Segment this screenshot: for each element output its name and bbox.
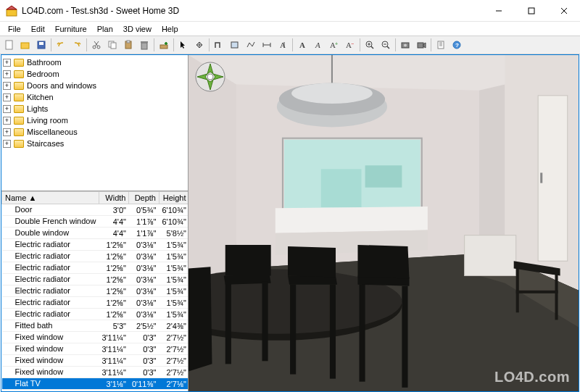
- menu-3dview[interactable]: 3D view: [118, 23, 157, 35]
- expand-icon[interactable]: +: [3, 117, 11, 125]
- tree-item-label: Doors and windows: [27, 81, 96, 90]
- redo-button[interactable]: [69, 37, 85, 53]
- minimize-button[interactable]: [482, 0, 515, 21]
- expand-icon[interactable]: +: [3, 70, 11, 78]
- expand-icon[interactable]: +: [3, 105, 11, 113]
- tree-item[interactable]: +Kitchen: [3, 91, 186, 103]
- decrease-size-button[interactable]: A−: [342, 37, 358, 53]
- svg-rect-3: [529, 8, 534, 14]
- svg-rect-0: [7, 9, 17, 16]
- increase-size-button[interactable]: A+: [326, 37, 342, 53]
- table-row[interactable]: Fixed window3'11¼"0'3"2'7½": [2, 355, 188, 367]
- tree-item[interactable]: +Living room: [3, 114, 186, 126]
- table-row[interactable]: Door3'0"0'5¾"6'10¾": [2, 204, 188, 216]
- 3d-scene: [188, 55, 579, 391]
- tree-item[interactable]: +Bathroom: [3, 57, 186, 68]
- table-row[interactable]: Electric radiator1'2⅝"0'3⅛"1'5¾": [2, 309, 188, 320]
- table-row[interactable]: Fitted bath5'3"2'5½"2'4⅜": [2, 320, 188, 332]
- table-row[interactable]: Electric radiator1'2⅝"0'3⅛"1'5¾": [2, 297, 188, 309]
- save-button[interactable]: [33, 37, 49, 53]
- create-video-button[interactable]: [413, 37, 429, 53]
- add-furniture-button[interactable]: [156, 37, 172, 53]
- table-row[interactable]: Flat TV3'1⅛"0'11⅜"2'7⅛": [2, 378, 188, 390]
- app-icon: [6, 5, 17, 17]
- preferences-button[interactable]: [433, 37, 449, 53]
- zoom-out-button[interactable]: [378, 37, 394, 53]
- cell-depth: 0'3": [129, 355, 160, 367]
- 3d-view[interactable]: LO4D.com: [188, 55, 579, 391]
- svg-text:−: −: [351, 41, 354, 46]
- item-icon: [5, 346, 14, 354]
- compass-icon[interactable]: [194, 61, 226, 93]
- create-dimensions-tool[interactable]: [259, 37, 275, 53]
- cell-height: 1'5¾": [159, 262, 188, 274]
- table-row[interactable]: Flowers0'9½"0'8¾"1'7⅜": [2, 390, 188, 392]
- tree-item[interactable]: +Lights: [3, 103, 186, 114]
- tree-item-label: Kitchen: [27, 93, 54, 101]
- cell-width: 1'2⅝": [99, 297, 129, 309]
- menu-plan[interactable]: Plan: [92, 23, 118, 35]
- create-walls-tool[interactable]: [211, 37, 227, 53]
- create-photo-button[interactable]: [397, 37, 413, 53]
- close-button[interactable]: [547, 0, 580, 21]
- cell-height: 5'8½": [159, 228, 188, 239]
- cell-width: 1'2⅝": [99, 239, 129, 251]
- create-text-tool[interactable]: A: [275, 37, 291, 53]
- maximize-button[interactable]: [515, 0, 547, 21]
- tree-item[interactable]: +Bedroom: [3, 68, 186, 80]
- cut-button[interactable]: [88, 37, 104, 53]
- tree-item[interactable]: +Miscellaneous: [3, 126, 186, 138]
- expand-icon[interactable]: +: [3, 128, 11, 136]
- table-row[interactable]: Electric radiator1'2⅝"0'3⅛"1'5¾": [2, 274, 188, 285]
- expand-icon[interactable]: +: [3, 59, 11, 67]
- open-button[interactable]: [17, 37, 33, 53]
- table-row[interactable]: Fixed window3'11¼"0'3"2'7½": [2, 367, 188, 378]
- delete-button[interactable]: [136, 37, 152, 53]
- table-row[interactable]: Electric radiator1'2⅝"0'3⅛"1'5¾": [2, 285, 188, 297]
- furniture-catalog-tree[interactable]: +Bathroom+Bedroom+Doors and windows+Kitc…: [1, 55, 188, 191]
- table-row[interactable]: Double French window4'4"1'1⅞"6'10¾": [2, 216, 188, 228]
- expand-icon[interactable]: +: [3, 93, 11, 101]
- svg-rect-7: [21, 43, 29, 49]
- column-header[interactable]: Depth: [129, 192, 160, 204]
- table-row[interactable]: Fixed window3'11¼"0'3"2'7½": [2, 332, 188, 343]
- create-polylines-tool[interactable]: [243, 37, 259, 53]
- table-row[interactable]: Double window4'4"1'1⅞"5'8½": [2, 228, 188, 239]
- menu-edit[interactable]: Edit: [26, 23, 50, 35]
- cell-name: Fitted bath: [2, 320, 99, 332]
- item-icon: [5, 300, 14, 307]
- column-header[interactable]: Width: [99, 192, 129, 204]
- undo-button[interactable]: [53, 37, 69, 53]
- bold-button[interactable]: A: [294, 37, 310, 53]
- item-icon: [5, 358, 14, 365]
- folder-icon: [14, 82, 24, 90]
- menu-furniture[interactable]: Furniture: [50, 23, 92, 35]
- new-button[interactable]: [1, 37, 17, 53]
- menu-file[interactable]: File: [3, 23, 26, 35]
- table-row[interactable]: Electric radiator1'2⅝"0'3⅛"1'5¾": [2, 251, 188, 262]
- expand-icon[interactable]: +: [3, 82, 11, 90]
- expand-icon[interactable]: +: [3, 140, 11, 148]
- table-row[interactable]: Fixed window3'11¼"0'3"2'7½": [2, 343, 188, 355]
- select-tool[interactable]: [175, 37, 191, 53]
- tree-item[interactable]: +Staircases: [3, 138, 186, 149]
- help-button[interactable]: ?: [449, 37, 465, 53]
- zoom-in-button[interactable]: [362, 37, 378, 53]
- copy-button[interactable]: [104, 37, 120, 53]
- cell-depth: 1'1⅞": [129, 216, 160, 228]
- column-header[interactable]: Name ▲: [2, 192, 99, 204]
- tree-item-label: Staircases: [27, 139, 64, 148]
- create-rooms-tool[interactable]: [227, 37, 243, 53]
- tree-item[interactable]: +Doors and windows: [3, 80, 186, 91]
- paste-button[interactable]: [120, 37, 136, 53]
- item-icon: [5, 288, 14, 296]
- column-header[interactable]: Height: [159, 192, 188, 204]
- folder-icon: [14, 117, 24, 125]
- item-icon: [5, 277, 14, 284]
- italic-button[interactable]: A: [310, 37, 326, 53]
- table-row[interactable]: Electric radiator1'2⅝"0'3⅛"1'5¾": [2, 262, 188, 274]
- pan-tool[interactable]: [191, 37, 207, 53]
- furniture-list-table[interactable]: Name ▲WidthDepthHeightVisible Door3'0"0'…: [1, 191, 188, 391]
- menu-help[interactable]: Help: [157, 23, 183, 35]
- table-row[interactable]: Electric radiator1'2⅝"0'3⅛"1'5¾": [2, 239, 188, 251]
